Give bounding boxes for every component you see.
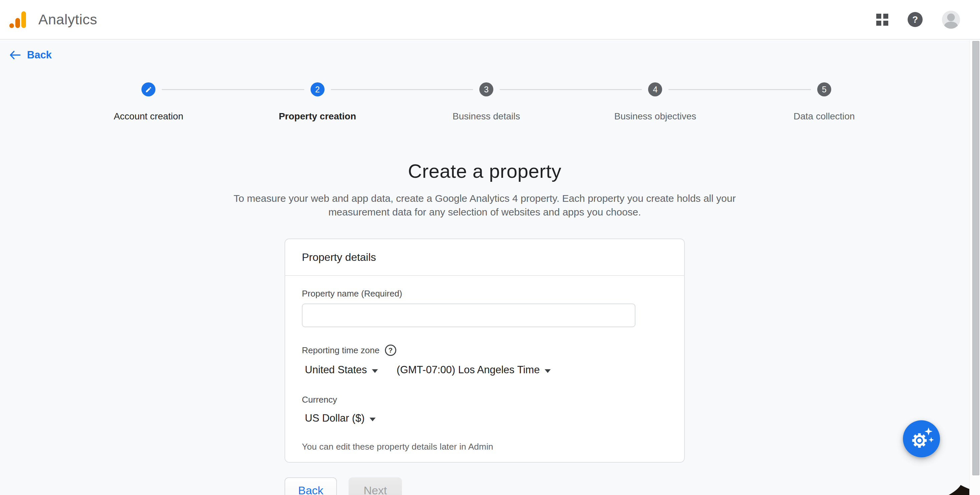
timezone-dropdown-value: (GMT-07:00) Los Angeles Time bbox=[396, 364, 540, 376]
property-name-input[interactable] bbox=[302, 304, 635, 327]
step-number: 3 bbox=[484, 85, 488, 94]
app-header: Analytics ? bbox=[0, 0, 980, 40]
header-actions: ? bbox=[876, 11, 960, 29]
country-dropdown[interactable]: United States bbox=[305, 364, 378, 376]
step-number: 5 bbox=[822, 85, 827, 94]
step-label: Business objectives bbox=[614, 111, 696, 122]
currency-dropdown-value: US Dollar ($) bbox=[305, 412, 364, 424]
grid-square bbox=[883, 14, 888, 19]
page-description: To measure your web and app data, create… bbox=[215, 191, 755, 219]
step-circle-completed bbox=[142, 83, 156, 96]
user-avatar[interactable] bbox=[942, 11, 960, 29]
stepper-step-business-details[interactable]: 3 Business details bbox=[402, 83, 571, 132]
brand: Analytics bbox=[9, 11, 97, 29]
edit-pencil-icon bbox=[145, 86, 152, 93]
step-circle-upcoming: 3 bbox=[479, 83, 493, 96]
currency-dropdown[interactable]: US Dollar ($) bbox=[305, 412, 375, 424]
timezone-label-row: Reporting time zone ? bbox=[302, 345, 667, 356]
back-button[interactable]: Back bbox=[285, 477, 337, 495]
property-details-card: Property details Property name (Required… bbox=[285, 239, 685, 463]
progress-stepper: Account creation 2 Property creation 3 B… bbox=[64, 83, 908, 132]
wizard-actions: Back Next bbox=[285, 477, 402, 495]
help-glyph: ? bbox=[388, 346, 393, 354]
step-label: Business details bbox=[453, 111, 520, 122]
mouse-cursor bbox=[949, 485, 969, 495]
step-circle-active: 2 bbox=[310, 83, 325, 96]
back-link[interactable]: Back bbox=[9, 49, 52, 61]
page-background: Back Account creation 2 Property cre bbox=[0, 40, 980, 495]
step-label: Data collection bbox=[794, 111, 855, 122]
step-label: Property creation bbox=[279, 111, 356, 122]
step-circle-upcoming: 4 bbox=[648, 83, 662, 96]
step-number: 4 bbox=[653, 85, 657, 94]
content-area: Back Account creation 2 Property cre bbox=[0, 40, 969, 495]
dropdown-caret-icon bbox=[372, 369, 378, 373]
step-circle-upcoming: 5 bbox=[817, 83, 831, 96]
country-dropdown-value: United States bbox=[305, 364, 367, 376]
help-icon[interactable]: ? bbox=[908, 12, 923, 27]
step-label: Account creation bbox=[114, 111, 183, 122]
stepper-step-data-collection[interactable]: 5 Data collection bbox=[740, 83, 908, 132]
card-body: Property name (Required) Reporting time … bbox=[285, 288, 684, 452]
app-title: Analytics bbox=[38, 11, 97, 28]
stepper-step-business-objectives[interactable]: 4 Business objectives bbox=[571, 83, 740, 132]
dropdown-caret-icon bbox=[545, 369, 551, 373]
help-glyph: ? bbox=[912, 14, 918, 25]
gear-sparkle-icon bbox=[903, 420, 940, 457]
timezone-dropdown-row: United States (GMT-07:00) Los Angeles Ti… bbox=[305, 364, 667, 376]
timezone-dropdown[interactable]: (GMT-07:00) Los Angeles Time bbox=[396, 364, 551, 376]
scrollbar-thumb[interactable] bbox=[972, 41, 979, 475]
currency-label: Currency bbox=[302, 395, 667, 405]
dropdown-caret-icon bbox=[369, 418, 375, 421]
person-icon bbox=[942, 11, 960, 29]
grid-square bbox=[876, 21, 881, 26]
stepper-step-property-creation[interactable]: 2 Property creation bbox=[233, 83, 402, 132]
timezone-label: Reporting time zone bbox=[302, 345, 380, 356]
step-number: 2 bbox=[315, 85, 320, 94]
ai-settings-fab[interactable] bbox=[903, 420, 940, 457]
card-header: Property details bbox=[285, 239, 684, 276]
grid-square bbox=[876, 14, 881, 19]
next-button[interactable]: Next bbox=[348, 477, 402, 495]
back-arrow-icon bbox=[9, 49, 21, 61]
grid-square bbox=[883, 21, 888, 26]
property-name-label: Property name (Required) bbox=[302, 288, 667, 299]
back-link-label: Back bbox=[27, 49, 52, 61]
scrollbar-track[interactable] bbox=[969, 40, 980, 495]
timezone-help-icon[interactable]: ? bbox=[385, 345, 396, 356]
stepper-step-account-creation[interactable]: Account creation bbox=[64, 83, 233, 132]
apps-grid-icon[interactable] bbox=[876, 14, 888, 26]
edit-later-note: You can edit these property details late… bbox=[302, 442, 667, 452]
card-title: Property details bbox=[302, 251, 376, 264]
google-analytics-logo bbox=[9, 11, 26, 29]
page-title: Create a property bbox=[0, 160, 969, 182]
